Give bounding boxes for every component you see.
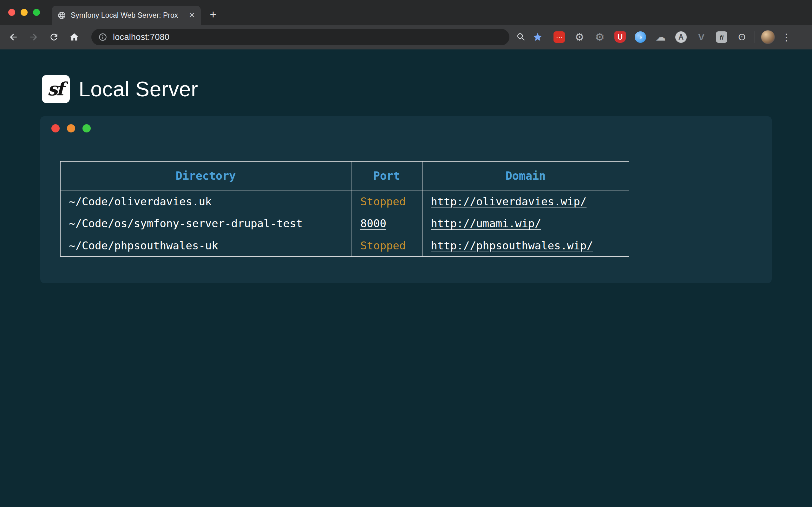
directory-cell: ~/Code/oliverdavies.uk xyxy=(60,190,351,212)
forward-button xyxy=(25,28,43,46)
port-status-stopped: Stopped xyxy=(360,239,406,252)
browser-menu-icon[interactable]: ⋮ xyxy=(780,29,793,45)
symfony-logo-glyph: sf xyxy=(47,78,64,100)
extension-ublock-icon[interactable]: U xyxy=(614,32,626,43)
globe-favicon-icon xyxy=(57,11,66,20)
extension-blue-circle-icon[interactable]: ◑ xyxy=(635,32,646,43)
tab-title: Symfony Local Web Server: Prox xyxy=(71,11,186,20)
extension-red-grid-icon[interactable]: ⋯ xyxy=(554,32,565,43)
forward-arrow-icon xyxy=(29,32,39,42)
column-header-directory: Directory xyxy=(60,161,351,190)
table-row: ~/Code/oliverdavies.uk Stopped http://ol… xyxy=(60,190,629,212)
extension-gear-icon[interactable]: ⚙ xyxy=(574,32,585,43)
brand-header: sf Local Server xyxy=(0,49,812,103)
domain-link[interactable]: http://umami.wip/ xyxy=(431,217,541,230)
back-button[interactable] xyxy=(4,28,22,46)
extension-icons: ⋯ ⚙ ⚙ U ◑ ☁ A V fi ʘ xyxy=(554,32,748,43)
browser-toolbar: localhost:7080 ⋯ ⚙ ⚙ U ◑ ☁ A V fi ʘ xyxy=(0,25,812,49)
new-tab-button[interactable]: + xyxy=(206,7,220,22)
directory-cell: ~/Code/phpsouthwales-uk xyxy=(60,234,351,257)
domain-cell: http://umami.wip/ xyxy=(422,212,629,234)
column-header-domain: Domain xyxy=(422,161,629,190)
extension-letter-v-icon[interactable]: V xyxy=(696,32,707,43)
column-header-port: Port xyxy=(351,161,422,190)
domain-cell: http://oliverdavies.wip/ xyxy=(422,190,629,212)
servers-table: Directory Port Domain ~/Code/oliverdavie… xyxy=(60,161,629,257)
browser-tab[interactable]: Symfony Local Web Server: Prox ✕ xyxy=(52,6,201,25)
bookmark-star-icon[interactable] xyxy=(529,29,546,45)
port-status-stopped: Stopped xyxy=(360,195,406,208)
page-content: sf Local Server Directory Port Domain xyxy=(0,49,812,507)
toolbar-divider xyxy=(755,32,755,43)
address-bar[interactable]: localhost:7080 xyxy=(91,29,509,45)
domain-link[interactable]: http://oliverdavies.wip/ xyxy=(431,195,587,208)
back-arrow-icon xyxy=(8,32,18,42)
extension-dark-gear-icon[interactable]: ⚙ xyxy=(594,32,606,43)
address-url[interactable]: localhost:7080 xyxy=(113,32,169,42)
port-cell: Stopped xyxy=(351,234,422,257)
domain-link[interactable]: http://phpsouthwales.wip/ xyxy=(431,239,593,252)
zoom-icon[interactable] xyxy=(513,29,529,45)
browser-window: Symfony Local Web Server: Prox ✕ + local… xyxy=(0,0,812,49)
table-row: ~/Code/phpsouthwales-uk Stopped http://p… xyxy=(60,234,629,257)
tab-close-icon[interactable]: ✕ xyxy=(189,11,195,19)
extension-octocat-icon[interactable]: ʘ xyxy=(736,32,748,43)
panel-red-dot xyxy=(51,124,60,132)
table-row: ~/Code/os/symfony-server-drupal-test 800… xyxy=(60,212,629,234)
domain-cell: http://phpsouthwales.wip/ xyxy=(422,234,629,257)
page-title: Local Server xyxy=(79,77,198,101)
extension-letter-a-icon[interactable]: A xyxy=(675,32,687,43)
home-icon xyxy=(69,32,79,42)
extension-cloud-icon[interactable]: ☁ xyxy=(655,32,666,43)
panel-window-dots xyxy=(40,116,772,132)
port-cell: Stopped xyxy=(351,190,422,212)
symfony-logo: sf xyxy=(42,75,70,103)
tab-strip: Symfony Local Web Server: Prox ✕ + xyxy=(0,0,812,25)
profile-avatar[interactable] xyxy=(761,30,775,44)
macos-fullscreen-button[interactable] xyxy=(33,9,40,16)
directory-cell: ~/Code/os/symfony-server-drupal-test xyxy=(60,212,351,234)
macos-minimize-button[interactable] xyxy=(20,9,28,16)
home-button[interactable] xyxy=(65,28,83,46)
extension-fi-icon[interactable]: fi xyxy=(716,32,727,43)
reload-icon xyxy=(49,32,59,42)
macos-window-controls xyxy=(8,0,40,25)
port-cell: 8000 xyxy=(351,212,422,234)
reload-button[interactable] xyxy=(45,28,63,46)
panel-orange-dot xyxy=(67,124,75,132)
port-link[interactable]: 8000 xyxy=(360,217,386,230)
site-info-icon[interactable] xyxy=(98,33,107,42)
macos-close-button[interactable] xyxy=(8,9,15,16)
toolbar-right: ⋯ ⚙ ⚙ U ◑ ☁ A V fi ʘ ⋮ xyxy=(513,29,793,45)
panel-green-dot xyxy=(83,124,91,132)
server-panel: Directory Port Domain ~/Code/oliverdavie… xyxy=(40,116,772,283)
table-header-row: Directory Port Domain xyxy=(60,161,629,190)
